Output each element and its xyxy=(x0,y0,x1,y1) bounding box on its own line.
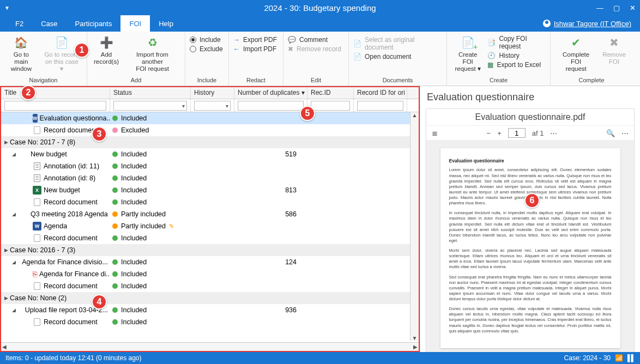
pdf-zoom-in-icon[interactable]: + xyxy=(497,129,502,137)
export-pdf-button[interactable]: →Export PDF xyxy=(233,36,279,44)
import-foi-button[interactable]: ♻ Import from another FOI request xyxy=(124,34,180,74)
pdf-page-input[interactable] xyxy=(508,128,526,138)
history-button[interactable]: 🕘History xyxy=(487,52,546,59)
pdf-more-icon[interactable]: ⋯ xyxy=(550,129,557,137)
tab-f2[interactable]: F2 xyxy=(7,15,32,32)
exclude-radio[interactable]: Exclude xyxy=(190,45,224,53)
table-row[interactable]: ⎘Agenda for Finance di...Included xyxy=(1,268,419,280)
minimize-button[interactable]: — xyxy=(596,4,603,12)
copy-foi-button[interactable]: 📑Copy FOI request xyxy=(487,35,546,50)
complete-foi-button[interactable]: ✔ Complete FOI request xyxy=(555,34,597,74)
tab-case[interactable]: Case xyxy=(32,15,66,32)
delete-icon: ✖ xyxy=(288,45,293,53)
row-duplicates: 813 xyxy=(234,186,307,194)
history-icon: 🕘 xyxy=(487,52,496,59)
row-status: Excluded xyxy=(121,126,149,134)
table-row[interactable]: XNew budgetIncluded813 xyxy=(1,184,419,196)
expand-icon: ◢ xyxy=(12,151,17,157)
user-name: Ishwar Tagore (IT Office) xyxy=(554,20,631,28)
table-row[interactable]: WEvaluation questionna...Included xyxy=(1,112,419,124)
pdf-menu-icon[interactable]: ⋯ xyxy=(621,129,629,137)
group-header[interactable]: ▶ Case No: None (2) xyxy=(1,292,419,304)
maximize-button[interactable]: ▢ xyxy=(613,4,620,12)
col-recid[interactable]: Rec.ID xyxy=(307,87,354,99)
col-recori[interactable]: Record ID for ori xyxy=(354,87,407,99)
table-row[interactable]: ◢Q3 meeting 2018 AgendaPartly included58… xyxy=(1,208,419,220)
comment-button[interactable]: 💬Comment xyxy=(288,36,344,44)
select-original-button[interactable]: 📄Select as original document xyxy=(353,36,442,51)
row-status: Included xyxy=(121,258,147,266)
user-icon xyxy=(543,20,551,27)
filter-title-input[interactable] xyxy=(4,101,106,111)
table-row[interactable]: Annotation (id: 8)Included xyxy=(1,172,419,184)
create-foi-button[interactable]: 📄+ Create FOI request ▾ xyxy=(451,34,484,74)
group-label-edit: Edit xyxy=(288,77,344,84)
filter-history-dropdown[interactable]: ▾ xyxy=(194,101,231,111)
badge-2: 2 xyxy=(21,85,36,100)
table-row[interactable]: Record documentIncluded xyxy=(1,196,419,208)
col-title[interactable]: Title xyxy=(1,87,110,99)
add-records-button[interactable]: ➕ Add record(s) xyxy=(92,34,121,66)
table-row[interactable]: Record documentIncluded xyxy=(1,316,419,328)
table-row[interactable]: ◢Upload file report 03-04-2...Included93… xyxy=(1,304,419,316)
row-title: Annotation (id: 11) xyxy=(44,162,99,170)
row-title: Record document xyxy=(44,198,98,206)
export-excel-button[interactable]: ▦Export to Excel xyxy=(487,61,546,69)
document-open-icon: 📄 xyxy=(353,53,361,60)
table-row[interactable]: Record documentIncluded xyxy=(1,280,419,292)
document-icon xyxy=(33,126,41,135)
filter-status-dropdown[interactable]: ▾ xyxy=(113,101,187,111)
status-dot-icon xyxy=(112,163,118,169)
excel-icon: X xyxy=(33,186,41,195)
status-dot-icon xyxy=(112,259,118,265)
horizontal-scrollbar[interactable]: ◀▶ xyxy=(1,342,419,351)
table-row[interactable]: WAgendaPartly included ✎ xyxy=(1,220,419,232)
filter-dup-input[interactable] xyxy=(238,101,304,111)
go-main-window-button[interactable]: 🏠 Go to main window xyxy=(4,34,38,74)
group-header[interactable]: ▶ Case No: 2016 - 7 (3) xyxy=(1,244,419,256)
tab-participants[interactable]: Participants xyxy=(67,15,121,32)
table-row[interactable]: Annotation (id: 11)Included xyxy=(1,160,419,172)
remove-record-button[interactable]: ✖Remove record xyxy=(288,45,344,53)
row-status: Included xyxy=(121,306,147,314)
pdf-placeholder-text: Morbi sem dolor, viverra ac placerat nec… xyxy=(449,248,612,270)
table-row[interactable]: ◢Agenda for Finance divisio...Included12… xyxy=(1,256,419,268)
grid-body[interactable]: WEvaluation questionna...IncludedRecord … xyxy=(1,112,419,342)
word-icon: W xyxy=(33,222,41,230)
group-header[interactable]: ▶ Case No: 2017 - 7 (8) xyxy=(1,136,419,148)
close-button[interactable]: ✕ xyxy=(630,4,636,12)
pdf-viewport[interactable]: Evaluation questionnaire Lorem ipsum dol… xyxy=(426,141,634,356)
table-row[interactable]: Record documentIncluded xyxy=(1,232,419,244)
import-pdf-button[interactable]: ←Import PDF xyxy=(233,45,279,53)
row-status: Included xyxy=(121,114,147,122)
tab-help[interactable]: Help xyxy=(150,15,182,32)
row-status: Included xyxy=(121,162,147,170)
document-icon xyxy=(33,318,41,326)
filter-recid-input[interactable] xyxy=(311,101,350,111)
titlebar-dropdown-icon[interactable]: ▼ xyxy=(4,5,10,11)
group-label-add: Add xyxy=(92,77,180,84)
pdf-outline-icon[interactable]: ≣ xyxy=(432,129,438,137)
table-row[interactable]: ◢New budgetIncluded519 xyxy=(1,148,419,160)
group-label-navigation: Navigation xyxy=(4,77,82,84)
badge-4: 4 xyxy=(92,294,107,310)
pdf-search-icon[interactable]: 🔍 xyxy=(606,129,615,137)
status-pause-icon[interactable]: ▌▌ xyxy=(627,354,635,362)
col-duplicates[interactable]: Number of duplicates ▾ xyxy=(234,87,307,99)
pdf-zoom-out-icon[interactable]: − xyxy=(487,129,491,137)
col-status[interactable]: Status xyxy=(110,87,191,99)
pdf-icon: ⎘ xyxy=(33,270,37,278)
vertical-scrollbar[interactable]: ▲▼ xyxy=(410,112,419,341)
table-row[interactable]: Record documentExcluded xyxy=(1,124,419,136)
tab-foi[interactable]: FOI xyxy=(120,15,150,32)
badge-3: 3 xyxy=(92,126,107,142)
col-history[interactable]: History xyxy=(191,87,234,99)
open-document-button[interactable]: 📄Open document xyxy=(353,53,442,60)
filter-recori-input[interactable] xyxy=(357,101,403,111)
row-status: Included xyxy=(121,174,147,182)
include-radio[interactable]: Include xyxy=(190,36,224,44)
records-grid-pane: Title Status History Number of duplicate… xyxy=(0,86,420,352)
remove-foi-button[interactable]: ✖ Remove FOI xyxy=(600,34,628,66)
user-link[interactable]: Ishwar Tagore (IT Office) xyxy=(543,20,631,28)
badge-5: 5 xyxy=(300,106,315,121)
